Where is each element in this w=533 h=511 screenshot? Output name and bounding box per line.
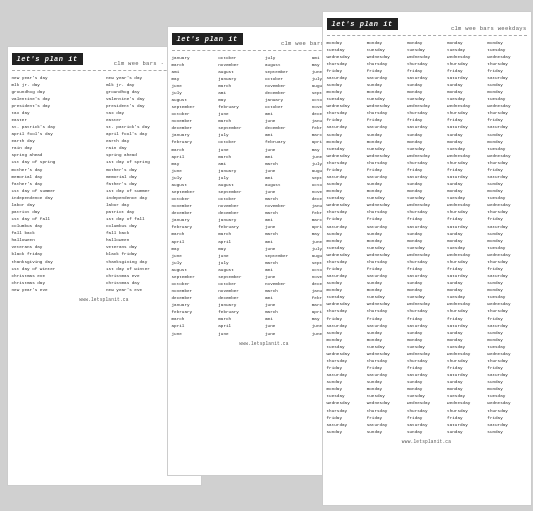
weekday-item: sunday [367,180,406,187]
weekday-item: saturday [407,322,446,329]
weekday-item: thursday [487,357,526,364]
weekday-item: thursday [487,307,526,314]
month-item: ami [218,160,263,167]
weekday-item: saturday [367,123,406,130]
weekday-item: monday [327,385,366,392]
month-item: january [218,216,263,223]
weekday-item: tuesday [367,194,406,201]
weekday-item: monday [487,286,526,293]
weekday-item: tuesday [367,343,406,350]
month-item: may [218,245,263,252]
month-item: march [218,117,263,124]
weekday-item: wednesday [367,350,406,357]
holiday-item: fall back [12,229,103,236]
holiday-item: christmas day [12,279,103,286]
scene: let's plan it CLM wee bars · holidays ne… [7,6,527,506]
weekday-item: friday [487,116,526,123]
weekday-item: friday [447,67,486,74]
holiday-item: new year's eve [12,286,103,293]
month-item: august [218,266,263,273]
month-item: ami [172,68,217,75]
month-item: ami [265,110,310,117]
weekday-item: monday [367,39,406,46]
weekday-item: monday [327,88,366,95]
month-item: august [265,181,310,188]
weekday-item: sunday [367,131,406,138]
weekday-item: tuesday [447,95,486,102]
weekday-item: friday [327,116,366,123]
weekday-item: wednesday [407,251,446,258]
weekday-item: wednesday [407,102,446,109]
month-item: june [265,117,310,124]
holiday-item: memorial day [12,173,103,180]
weekday-item: saturday [447,173,486,180]
month-item: april [218,238,263,245]
month-item: september [218,124,263,131]
month-item: march [172,146,217,153]
month-item: january [218,75,263,82]
weekday-item: wednesday [367,399,406,406]
weekday-item: wednesday [447,350,486,357]
weekday-item: sunday [407,230,446,237]
weekday-item: monday [367,336,406,343]
month-item: november [265,280,310,287]
weekday-item: thursday [327,357,366,364]
weekday-item: friday [327,414,366,421]
month-item: july [172,89,217,96]
weekday-item: sunday [487,329,526,336]
weekday-item: thursday [487,60,526,67]
month-item: july [218,131,263,138]
month-item: december [172,209,217,216]
weekday-item: saturday [367,421,406,428]
weekday-item: monday [327,138,366,145]
holiday-item: groundhog day [12,88,103,95]
weekday-item: thursday [447,60,486,67]
weekday-item: wednesday [447,201,486,208]
month-item: march [265,287,310,294]
weekday-item: wednesday [447,102,486,109]
weekday-item: wednesday [487,201,526,208]
weekday-item: friday [407,116,446,123]
weekday-item: friday [367,414,406,421]
weekday-item: monday [367,88,406,95]
weekday-item: tuesday [407,392,446,399]
weekday-item: tuesday [367,392,406,399]
weekday-item: thursday [327,159,366,166]
month-item: march [265,160,310,167]
month-item: january [218,167,263,174]
weekday-item: saturday [327,272,366,279]
brand-months: let's plan it [172,33,243,45]
weekday-item: monday [407,336,446,343]
weekday-item: sunday [487,131,526,138]
weekday-item: sunday [447,180,486,187]
weekday-item: tuesday [327,145,366,152]
month-item: january [172,131,217,138]
month-item: july [218,174,263,181]
weekday-item: monday [327,187,366,194]
month-item: july [172,174,217,181]
weekday-item: monday [407,138,446,145]
month-item: march [265,259,310,266]
weekday-item: wednesday [367,152,406,159]
weekday-item: sunday [447,230,486,237]
month-item: december [218,294,263,301]
weekday-item: saturday [367,272,406,279]
weekday-item: thursday [407,60,446,67]
weekday-item: sunday [367,329,406,336]
weekday-item: friday [367,364,406,371]
weekday-item: wednesday [407,399,446,406]
weekday-item: friday [327,215,366,222]
month-item: september [265,252,310,259]
month-item: june [265,301,310,308]
month-item: october [265,103,310,110]
month-item: january [265,96,310,103]
weekday-item: saturday [407,74,446,81]
month-item: march [218,153,263,160]
month-item: may [172,160,217,167]
month-item: july [172,259,217,266]
weekday-item: wednesday [487,152,526,159]
month-item: september [218,273,263,280]
month-item: april [218,322,263,329]
holiday-item: mlk jr. day [12,81,103,88]
weekday-item: tuesday [487,244,526,251]
